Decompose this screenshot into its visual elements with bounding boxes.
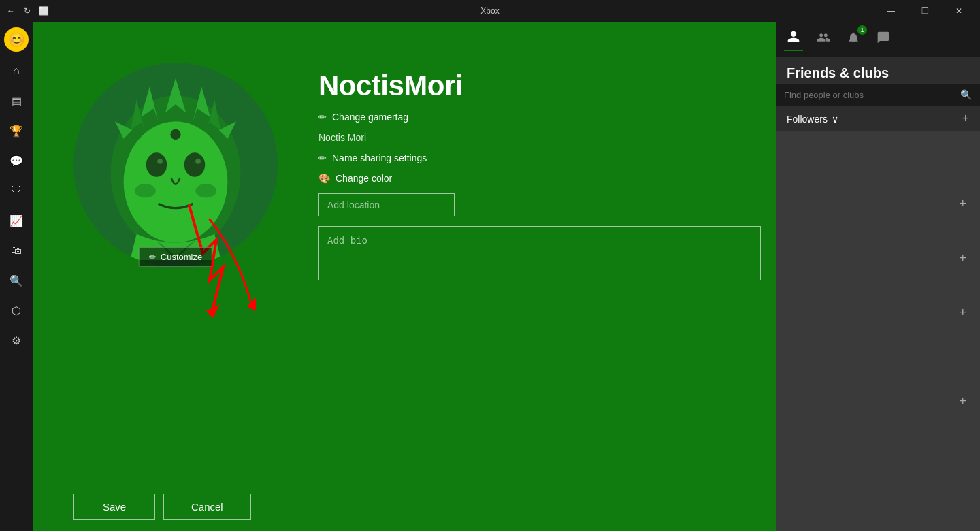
right-panel-tabs: 1	[776, 22, 980, 57]
avatar-mask-svg	[87, 69, 264, 260]
capture-button[interactable]: ⬜	[38, 5, 49, 16]
followers-header[interactable]: Followers ∨ +	[776, 106, 980, 131]
svg-point-10	[195, 159, 201, 164]
svg-marker-14	[206, 304, 220, 318]
svg-point-11	[135, 184, 156, 197]
cancel-button[interactable]: Cancel	[163, 494, 251, 520]
add-row-4[interactable]: +	[951, 390, 975, 413]
restore-button[interactable]: ❐	[909, 0, 941, 22]
pencil-icon-name: ✏	[318, 152, 327, 163]
add-row-2[interactable]: +	[951, 247, 975, 270]
profile-info: NoctisMori ✏ Change gamertag Noctis Mori…	[318, 63, 761, 280]
add-follower-icon[interactable]: +	[962, 112, 969, 126]
change-gamertag-link[interactable]: ✏ Change gamertag	[318, 112, 761, 123]
location-input[interactable]	[318, 193, 455, 216]
customize-button[interactable]: ✏ Customize	[139, 247, 212, 267]
main-content: ✏ Customize NoctisMori ✏ Change gamertag…	[33, 22, 776, 531]
svg-point-6	[124, 121, 228, 242]
change-color-link[interactable]: 🎨 Change color	[318, 173, 761, 184]
sidebar-item-library[interactable]: ▤	[3, 87, 30, 114]
svg-point-7	[146, 152, 167, 177]
svg-point-8	[184, 152, 206, 177]
chevron-down-icon: ∨	[832, 114, 838, 125]
pencil-icon: ✏	[149, 252, 157, 262]
titlebar-left: ← ↻ ⬜	[5, 5, 49, 16]
notification-badge: 1	[858, 25, 867, 35]
refresh-button[interactable]: ↻	[22, 5, 33, 16]
app-body: 😊 ⌂ ▤ 🏆 💬 🛡 📈 🛍 🔍 ⬡ ⚙	[0, 22, 980, 531]
pencil-icon-gamertag: ✏	[318, 112, 327, 123]
followers-list: + + + +	[776, 131, 980, 531]
sidebar-item-share[interactable]: ⬡	[3, 297, 30, 324]
right-panel: 1 Friends & clubs 🔍 Followers ∨ + + +	[776, 22, 980, 531]
sidebar-item-settings[interactable]: ⚙	[3, 327, 30, 354]
real-name: Noctis Mori	[318, 132, 761, 143]
gamertag-title: NoctisMori	[318, 69, 761, 102]
sidebar: 😊 ⌂ ▤ 🏆 💬 🛡 📈 🛍 🔍 ⬡ ⚙	[0, 22, 33, 531]
window-title: Xbox	[480, 6, 499, 16]
sidebar-item-messages[interactable]: 💬	[3, 147, 30, 174]
bio-input[interactable]	[318, 226, 761, 280]
add-row-1[interactable]: +	[951, 193, 975, 215]
sidebar-item-trending[interactable]: 📈	[3, 207, 30, 234]
right-panel-search-area: 🔍	[776, 84, 980, 106]
name-sharing-link[interactable]: ✏ Name sharing settings	[318, 152, 761, 163]
sidebar-item-search[interactable]: 🔍	[3, 267, 30, 294]
svg-point-12	[195, 184, 216, 197]
sidebar-avatar[interactable]: 😊	[4, 27, 29, 52]
titlebar-controls: — ❐ ✕	[875, 0, 975, 22]
titlebar: ← ↻ ⬜ Xbox — ❐ ✕	[0, 0, 980, 22]
tab-chat[interactable]	[874, 28, 893, 50]
tab-group[interactable]	[814, 28, 833, 50]
bottom-bar: Save Cancel	[33, 483, 776, 531]
add-row-3[interactable]: +	[951, 302, 975, 324]
avatar-container: ✏ Customize	[74, 63, 278, 308]
back-button[interactable]: ←	[5, 5, 16, 16]
sidebar-item-achievements[interactable]: 🏆	[3, 117, 30, 144]
sidebar-item-home[interactable]: ⌂	[3, 57, 30, 84]
close-button[interactable]: ✕	[943, 0, 975, 22]
profile-area: ✏ Customize NoctisMori ✏ Change gamertag…	[33, 22, 776, 531]
right-panel-search-input[interactable]	[784, 90, 960, 100]
sidebar-item-store[interactable]: 🛍	[3, 237, 30, 264]
svg-marker-15	[247, 297, 256, 311]
minimize-button[interactable]: —	[875, 0, 906, 22]
color-icon: 🎨	[318, 173, 330, 184]
followers-label: Followers	[787, 114, 828, 125]
svg-point-9	[157, 159, 163, 164]
avatar-circle	[74, 63, 278, 267]
tab-notifications[interactable]: 1	[844, 28, 863, 50]
sidebar-item-shield[interactable]: 🛡	[3, 177, 30, 204]
tab-people[interactable]	[784, 27, 803, 51]
save-button[interactable]: Save	[74, 494, 155, 520]
right-panel-title: Friends & clubs	[776, 57, 980, 84]
search-icon: 🔍	[960, 89, 972, 100]
svg-point-13	[170, 129, 180, 140]
